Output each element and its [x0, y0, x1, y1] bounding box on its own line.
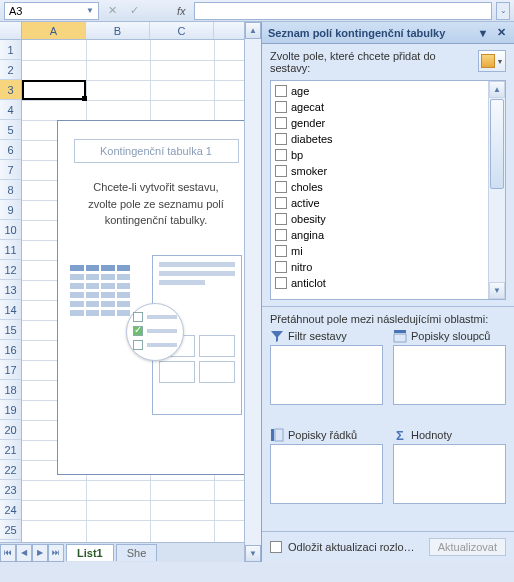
scroll-down-icon[interactable]: ▼	[489, 282, 505, 299]
tab-nav-prev-icon[interactable]: ◀	[16, 544, 32, 562]
svg-rect-2	[271, 429, 274, 441]
field-item[interactable]: anticlot	[273, 275, 486, 291]
pivot-table-placeholder[interactable]: Kontingenční tabulka 1 Chcete-li vytvoři…	[57, 120, 244, 475]
row-header[interactable]: 1	[0, 40, 21, 60]
row-labels-area-label: Popisky řádků	[270, 428, 383, 442]
row-header[interactable]: 3	[0, 80, 21, 100]
checkbox-icon[interactable]	[275, 85, 287, 97]
formula-input[interactable]	[194, 2, 492, 20]
field-item[interactable]: smoker	[273, 163, 486, 179]
filter-drop-area[interactable]	[270, 345, 383, 405]
field-list-scrollbar[interactable]: ▲ ▼	[488, 81, 505, 299]
values-drop-area[interactable]	[393, 444, 506, 504]
row-header[interactable]: 15	[0, 320, 21, 340]
row-header[interactable]: 21	[0, 440, 21, 460]
layout-options-button[interactable]: ▼	[478, 50, 506, 72]
row-header[interactable]: 19	[0, 400, 21, 420]
filter-icon	[270, 329, 284, 343]
sigma-icon: Σ	[393, 428, 407, 442]
row-header[interactable]: 7	[0, 160, 21, 180]
scroll-thumb[interactable]	[490, 99, 504, 189]
row-header[interactable]: 13	[0, 280, 21, 300]
row-labels-drop-area[interactable]	[270, 444, 383, 504]
row-header[interactable]: 18	[0, 380, 21, 400]
columns-icon	[393, 329, 407, 343]
drag-areas-label: Přetáhnout pole mezi následujícími oblas…	[270, 313, 506, 325]
checkbox-icon[interactable]	[275, 133, 287, 145]
active-cell[interactable]	[22, 80, 86, 100]
chevron-down-icon: ▼	[497, 58, 504, 65]
rows-icon	[270, 428, 284, 442]
scroll-down-icon[interactable]: ▼	[245, 545, 261, 562]
row-header[interactable]: 2	[0, 60, 21, 80]
tab-nav-last-icon[interactable]: ⏭	[48, 544, 64, 562]
row-header[interactable]: 12	[0, 260, 21, 280]
chevron-down-icon[interactable]: ▼	[86, 6, 94, 15]
checkbox-icon[interactable]	[275, 117, 287, 129]
checkbox-icon[interactable]	[275, 181, 287, 193]
row-header[interactable]: 6	[0, 140, 21, 160]
field-item[interactable]: nitro	[273, 259, 486, 275]
field-item[interactable]: choles	[273, 179, 486, 195]
field-list: age agecat gender diabetes bp smoker cho…	[270, 80, 506, 300]
row-header[interactable]: 10	[0, 220, 21, 240]
checkbox-icon[interactable]	[275, 101, 287, 113]
row-header[interactable]: 23	[0, 480, 21, 500]
column-header[interactable]: B	[86, 22, 150, 39]
worksheet: A B C 1 2 3 4 5 6 7 8 9 10 11 12 13 14 1…	[0, 22, 244, 562]
column-header[interactable]: A	[22, 22, 86, 39]
row-header[interactable]: 9	[0, 200, 21, 220]
field-item[interactable]: agecat	[273, 99, 486, 115]
row-header[interactable]: 17	[0, 360, 21, 380]
field-item[interactable]: obesity	[273, 211, 486, 227]
field-item[interactable]: bp	[273, 147, 486, 163]
row-header[interactable]: 24	[0, 500, 21, 520]
fx-icon[interactable]: fx	[177, 5, 186, 17]
tab-nav-next-icon[interactable]: ▶	[32, 544, 48, 562]
close-icon[interactable]: ✕	[494, 26, 508, 40]
column-header[interactable]: C	[150, 22, 214, 39]
sheet-tabs: ⏮ ◀ ▶ ⏭ List1 She	[0, 542, 244, 562]
defer-update-checkbox[interactable]	[270, 541, 282, 553]
checkbox-icon[interactable]	[275, 261, 287, 273]
vertical-scrollbar[interactable]: ▲ ▼	[244, 22, 261, 562]
row-header[interactable]: 22	[0, 460, 21, 480]
row-header[interactable]: 20	[0, 420, 21, 440]
cell-grid[interactable]: Kontingenční tabulka 1 Chcete-li vytvoři…	[22, 40, 244, 542]
row-header[interactable]: 11	[0, 240, 21, 260]
name-box[interactable]: A3 ▼	[4, 2, 99, 20]
scroll-up-icon[interactable]: ▲	[489, 81, 505, 98]
scroll-up-icon[interactable]: ▲	[245, 22, 261, 39]
row-header[interactable]: 25	[0, 520, 21, 540]
checkbox-icon[interactable]	[275, 245, 287, 257]
row-header[interactable]: 5	[0, 120, 21, 140]
column-labels-area-label: Popisky sloupců	[393, 329, 506, 343]
select-all-corner[interactable]	[0, 22, 22, 39]
pane-menu-icon[interactable]: ▼	[476, 26, 490, 40]
checkbox-icon[interactable]	[275, 229, 287, 241]
expand-formula-bar-icon[interactable]: ⌄	[496, 2, 510, 20]
field-item[interactable]: active	[273, 195, 486, 211]
field-item[interactable]: diabetes	[273, 131, 486, 147]
column-labels-drop-area[interactable]	[393, 345, 506, 405]
row-header[interactable]: 4	[0, 100, 21, 120]
field-item[interactable]: mi	[273, 243, 486, 259]
sheet-tab[interactable]: She	[116, 544, 158, 561]
row-header[interactable]: 16	[0, 340, 21, 360]
row-header[interactable]: 8	[0, 180, 21, 200]
tab-nav-first-icon[interactable]: ⏮	[0, 544, 16, 562]
row-header[interactable]: 14	[0, 300, 21, 320]
sheet-tab-active[interactable]: List1	[66, 544, 114, 561]
update-button[interactable]: Aktualizovat	[429, 538, 506, 556]
column-headers: A B C	[0, 22, 244, 40]
svg-rect-3	[275, 429, 283, 441]
field-item[interactable]: gender	[273, 115, 486, 131]
checkbox-icon[interactable]	[275, 165, 287, 177]
field-item[interactable]: angina	[273, 227, 486, 243]
layout-icon	[481, 54, 495, 68]
checkbox-icon[interactable]	[275, 277, 287, 289]
field-item[interactable]: age	[273, 83, 486, 99]
checkbox-icon[interactable]	[275, 197, 287, 209]
checkbox-icon[interactable]	[275, 213, 287, 225]
checkbox-icon[interactable]	[275, 149, 287, 161]
